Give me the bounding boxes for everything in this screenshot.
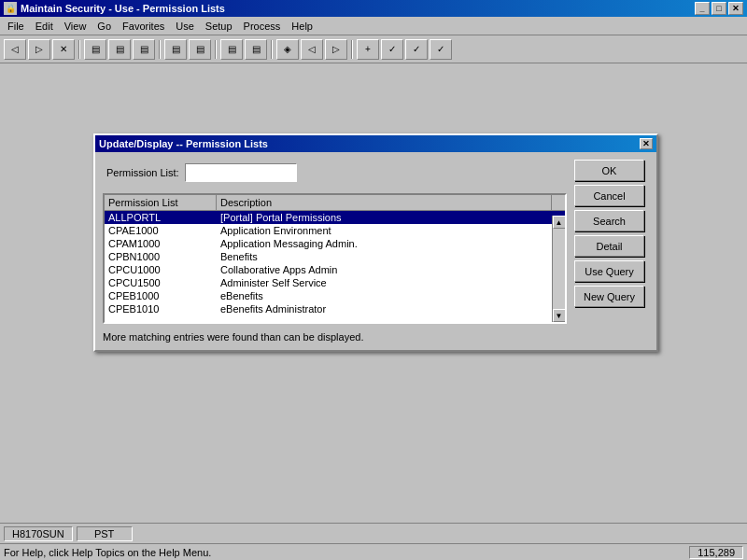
toolbar-btn-close[interactable]: ✕ [52, 39, 75, 60]
table-header: Permission List Description [105, 195, 565, 211]
toolbar-btn-6[interactable]: ▤ [133, 39, 155, 60]
toolbar-btn-add[interactable]: + [357, 39, 379, 60]
more-entries-message: More matching entries were found than ca… [103, 331, 567, 343]
detail-button[interactable]: Detail [574, 235, 644, 257]
table-container: Permission List Description ALLPORTL[Por… [103, 193, 567, 324]
table-body: ALLPORTL[Portal] Portal PermissionsCPAE1… [105, 211, 565, 317]
toolbar-btn-4[interactable]: ▤ [84, 39, 106, 60]
minimize-button[interactable]: _ [695, 2, 710, 15]
table-cell-description: Benefits [217, 250, 565, 263]
dialog-left: Permission List: Permission List Descrip… [103, 160, 567, 343]
col-header-permission-list: Permission List [105, 195, 217, 210]
toolbar-btn-8[interactable]: ▤ [189, 39, 211, 60]
help-position: 115,289 [689, 546, 743, 559]
scroll-down-button[interactable]: ▼ [553, 309, 566, 322]
close-button[interactable]: ✕ [728, 2, 743, 15]
dialog-body: Permission List: Permission List Descrip… [95, 152, 656, 350]
table-cell-description: Application Messaging Admin. [217, 237, 565, 250]
table-cell-description: eBenefits [217, 289, 565, 302]
menu-setup[interactable]: Setup [200, 19, 238, 34]
table-row[interactable]: CPAE1000Application Environment [105, 224, 565, 237]
menu-favorites[interactable]: Favorites [117, 19, 170, 34]
toolbar-btn-check1[interactable]: ✓ [381, 39, 403, 60]
new-query-button[interactable]: New Query [574, 286, 644, 307]
toolbar: ◁ ▷ ✕ ▤ ▤ ▤ ▤ ▤ ▤ ▤ ◈ ◁ ▷ + ✓ ✓ ✓ [0, 35, 747, 63]
app-icon: 🔒 [4, 2, 17, 15]
table-cell-description: Administer Self Service [217, 276, 565, 289]
scrollbar[interactable]: ▲ ▼ [552, 216, 565, 322]
use-query-button[interactable]: Use Query [574, 260, 644, 282]
toolbar-btn-10[interactable]: ▤ [245, 39, 267, 60]
table-cell-code: CPEB1000 [105, 289, 217, 302]
menu-bar: File Edit View Go Favorites Use Setup Pr… [0, 17, 747, 35]
table-row[interactable]: CPEB1010eBenefits Administrator [105, 302, 565, 315]
toolbar-btn-11[interactable]: ◈ [276, 39, 299, 60]
table-cell-description: Application Environment [217, 224, 565, 237]
dialog-title: Update/Display -- Permission Lists [99, 138, 268, 149]
toolbar-btn-check2[interactable]: ✓ [405, 39, 428, 60]
menu-use[interactable]: Use [170, 19, 200, 34]
toolbar-btn-5[interactable]: ▤ [108, 39, 131, 60]
table-cell-code: CPCU1500 [105, 276, 217, 289]
table-cell-description: [Portal] Portal Permissions [217, 211, 565, 224]
table-cell-description: eBenefits Administrator [217, 302, 565, 315]
permission-list-label: Permission List: [106, 167, 179, 178]
app-title: Maintain Security - Use - Permission Lis… [21, 3, 225, 14]
toolbar-btn-12[interactable]: ◁ [301, 39, 323, 60]
dialog-title-bar: Update/Display -- Permission Lists ✕ [95, 135, 656, 152]
permission-list-input[interactable] [185, 163, 297, 182]
cancel-button[interactable]: Cancel [574, 185, 644, 206]
status-timezone: PST [77, 526, 133, 541]
menu-go[interactable]: Go [92, 19, 117, 34]
ok-button[interactable]: OK [574, 160, 644, 181]
table-row[interactable]: CPBN1000Benefits [105, 250, 565, 263]
table-cell-code: ALLPORTL [105, 211, 217, 224]
table-cell-code: CPAM1000 [105, 237, 217, 250]
table-cell-code: CPCU1000 [105, 263, 217, 276]
menu-file[interactable]: File [2, 19, 30, 34]
toolbar-btn-13[interactable]: ▷ [325, 39, 347, 60]
table-cell-code: CPBN1000 [105, 250, 217, 263]
status-bar: H8170SUN PST [0, 523, 747, 543]
dialog: Update/Display -- Permission Lists ✕ Per… [93, 133, 658, 352]
table-row[interactable]: CPCU1500Administer Self Service [105, 276, 565, 289]
table-row[interactable]: CPCU1000Collaborative Apps Admin [105, 263, 565, 276]
toolbar-sep-3 [215, 40, 217, 59]
permission-input-row: Permission List: [103, 160, 567, 186]
dialog-close-button[interactable]: ✕ [640, 138, 653, 149]
table-cell-code: CPEB1010 [105, 302, 217, 315]
table-row[interactable]: CPAM1000Application Messaging Admin. [105, 237, 565, 250]
toolbar-sep-5 [351, 40, 353, 59]
col-header-description: Description [217, 195, 552, 210]
dialog-right: OK Cancel Search Detail Use Query New Qu… [574, 160, 649, 343]
table-row[interactable]: ALLPORTL[Portal] Portal Permissions [105, 211, 565, 224]
toolbar-sep-1 [78, 40, 80, 59]
toolbar-btn-1[interactable]: ◁ [4, 39, 26, 60]
toolbar-btn-9[interactable]: ▤ [220, 39, 243, 60]
table-cell-code: CPAE1000 [105, 224, 217, 237]
menu-view[interactable]: View [59, 19, 92, 34]
status-server: H8170SUN [4, 526, 73, 541]
search-button[interactable]: Search [574, 210, 644, 231]
toolbar-btn-7[interactable]: ▤ [164, 39, 187, 60]
toolbar-sep-2 [159, 40, 161, 59]
menu-process[interactable]: Process [238, 19, 287, 34]
title-bar: 🔒 Maintain Security - Use - Permission L… [0, 0, 747, 17]
title-controls: _ □ ✕ [695, 2, 743, 15]
help-bar: For Help, click Help Topics on the Help … [0, 543, 747, 560]
toolbar-btn-check3[interactable]: ✓ [430, 39, 452, 60]
table-row[interactable]: CPEB1000eBenefits [105, 289, 565, 302]
toolbar-sep-4 [271, 40, 273, 59]
maximize-button[interactable]: □ [712, 2, 726, 15]
table-cell-description: Collaborative Apps Admin [217, 263, 565, 276]
scrollbar-placeholder [552, 195, 565, 210]
toolbar-btn-2[interactable]: ▷ [28, 39, 50, 60]
main-area: Update/Display -- Permission Lists ✕ Per… [0, 63, 747, 523]
scroll-track [553, 229, 566, 309]
menu-edit[interactable]: Edit [30, 19, 59, 34]
scroll-up-button[interactable]: ▲ [553, 216, 566, 229]
help-text: For Help, click Help Topics on the Help … [4, 547, 211, 558]
menu-help[interactable]: Help [286, 19, 318, 34]
